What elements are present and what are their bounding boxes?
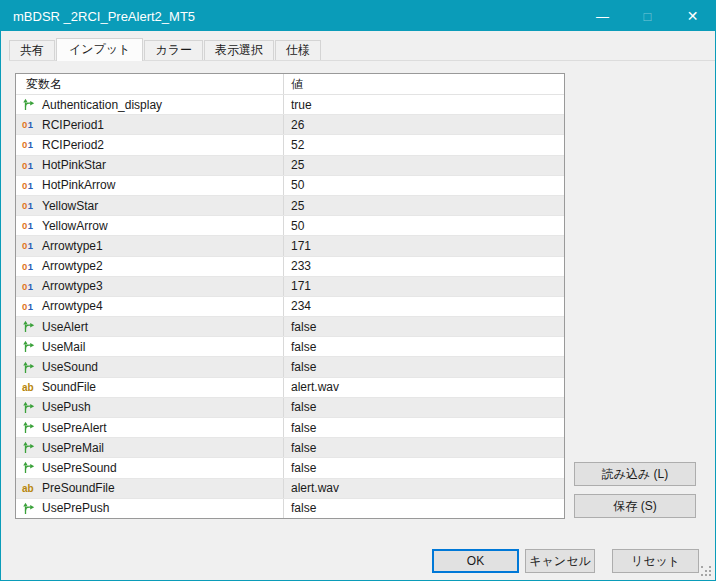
variable-name-cell: UsePreSound [16,458,283,477]
variable-value-cell[interactable]: 50 [283,216,564,235]
save-button[interactable]: 保存 (S) [574,494,696,518]
table-row[interactable]: 01HotPinkStar25 [16,156,564,176]
minimize-button[interactable]: — [580,1,625,31]
variable-value-cell[interactable]: false [283,499,564,518]
variable-value-cell[interactable]: 52 [283,135,564,154]
variable-name-cell: 01Arrowtype3 [16,277,283,296]
cancel-button[interactable]: キャンセル [525,549,595,573]
variable-value-cell[interactable]: false [283,337,564,356]
variable-name-label: UsePreMail [42,441,104,455]
table-row[interactable]: abSoundFilealert.wav [16,378,564,398]
variable-value-cell[interactable]: 171 [283,236,564,255]
table-row[interactable]: 01RCIPeriod252 [16,135,564,155]
table-row[interactable]: UsePrePushfalse [16,499,564,518]
variable-name-label: YellowArrow [42,219,108,233]
variable-value-cell[interactable]: false [283,357,564,376]
variable-value-cell[interactable]: false [283,317,564,336]
table-row[interactable]: UsePreMailfalse [16,438,564,458]
window-controls: — □ ✕ [580,1,715,31]
tab-spec[interactable]: 仕様 [275,40,321,60]
ok-button[interactable]: OK [432,549,519,573]
load-button[interactable]: 読み込み (L) [574,462,696,486]
variable-value-cell[interactable]: false [283,458,564,477]
variable-name-label: UseSound [42,360,98,374]
table-row[interactable]: UseAlertfalse [16,317,564,337]
window-title: mBDSR _2RCI_PreAlert2_MT5 [1,9,195,24]
table-row[interactable]: UseSoundfalse [16,357,564,377]
column-header-value: 値 [283,74,564,94]
maximize-icon: □ [644,9,652,24]
variable-name-label: UseMail [42,340,85,354]
variable-value-cell[interactable]: alert.wav [283,479,564,498]
variable-name-cell: UsePrePush [16,499,283,518]
int-input-icon: 01 [22,279,38,293]
variable-name-label: Arrowtype2 [42,259,103,273]
table-row[interactable]: UseMailfalse [16,337,564,357]
variable-value-cell[interactable]: false [283,398,564,417]
table-row[interactable]: 01Arrowtype1171 [16,236,564,256]
table-row[interactable]: abPreSoundFilealert.wav [16,479,564,499]
table-row[interactable]: 01YellowStar25 [16,196,564,216]
table-row[interactable]: UsePushfalse [16,398,564,418]
table-body: Authentication_displaytrue01RCIPeriod126… [16,95,564,518]
variable-name-cell: Authentication_display [16,95,283,114]
table-row[interactable]: 01RCIPeriod126 [16,115,564,135]
int-input-icon: 01 [22,118,38,132]
table-row[interactable]: 01Arrowtype4234 [16,297,564,317]
titlebar[interactable]: mBDSR _2RCI_PreAlert2_MT5 — □ ✕ [1,1,715,31]
variable-name-label: HotPinkArrow [42,178,115,192]
variable-name-label: Arrowtype1 [42,239,103,253]
variable-name-label: YellowStar [42,199,98,213]
tab-common[interactable]: 共有 [9,40,55,60]
variable-name-cell: 01YellowStar [16,196,283,215]
variable-value-cell[interactable]: 171 [283,277,564,296]
table-row[interactable]: 01Arrowtype2233 [16,257,564,277]
table-row[interactable]: 01HotPinkArrow50 [16,176,564,196]
tab-inputs[interactable]: インプット [56,38,143,61]
table-row[interactable]: 01YellowArrow50 [16,216,564,236]
resize-grip-icon[interactable] [701,566,712,577]
int-input-icon: 01 [22,199,38,213]
variable-value-cell[interactable]: 25 [283,156,564,175]
bool-input-icon [22,320,38,334]
minimize-icon: — [596,9,609,24]
variable-value-cell[interactable]: 26 [283,115,564,134]
variable-value-cell[interactable]: alert.wav [283,378,564,397]
close-button[interactable]: ✕ [670,1,715,31]
table-row[interactable]: UsePreAlertfalse [16,418,564,438]
bool-input-icon [22,441,38,455]
tab-visualization[interactable]: 表示選択 [204,40,274,60]
int-input-icon: 01 [22,178,38,192]
variable-name-cell: 01RCIPeriod1 [16,115,283,134]
variable-value-cell[interactable]: 234 [283,297,564,316]
int-input-icon: 01 [22,219,38,233]
bool-input-icon [22,501,38,515]
table-row[interactable]: Authentication_displaytrue [16,95,564,115]
table-row[interactable]: UsePreSoundfalse [16,458,564,478]
variable-name-cell: UseMail [16,337,283,356]
variable-name-cell: 01RCIPeriod2 [16,135,283,154]
tab-bar: 共有 インプット カラー 表示選択 仕様 [9,38,715,61]
properties-dialog: mBDSR _2RCI_PreAlert2_MT5 — □ ✕ 共有 インプット… [0,0,716,581]
column-header-variable: 変数名 [16,74,283,94]
tab-colors[interactable]: カラー [144,40,203,60]
variable-name-label: UsePush [42,400,91,414]
inputs-table: 変数名 値 Authentication_displaytrue01RCIPer… [15,73,565,519]
bool-input-icon [22,461,38,475]
variable-name-label: Arrowtype4 [42,299,103,313]
variable-value-cell[interactable]: false [283,418,564,437]
variable-name-label: RCIPeriod2 [42,138,104,152]
variable-value-cell[interactable]: false [283,438,564,457]
reset-button[interactable]: リセット [612,549,699,573]
table-row[interactable]: 01Arrowtype3171 [16,277,564,297]
variable-name-label: UsePrePush [42,501,109,515]
variable-value-cell[interactable]: 50 [283,176,564,195]
variable-name-cell: abSoundFile [16,378,283,397]
variable-name-cell: UsePush [16,398,283,417]
variable-value-cell[interactable]: 25 [283,196,564,215]
variable-value-cell[interactable]: 233 [283,257,564,276]
variable-value-cell[interactable]: true [283,95,564,114]
variable-name-cell: UsePreMail [16,438,283,457]
int-input-icon: 01 [22,138,38,152]
variable-name-label: SoundFile [42,380,96,394]
